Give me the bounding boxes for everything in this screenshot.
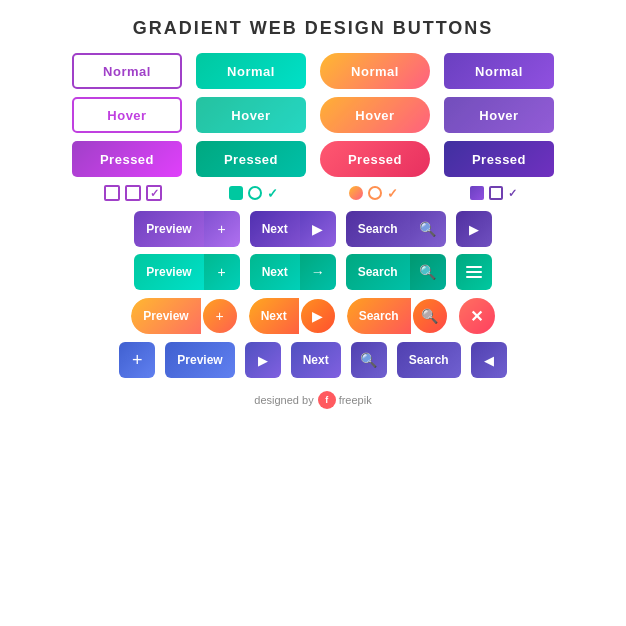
search-label-purple: Search	[346, 211, 410, 247]
checkbox-checked-purple[interactable]	[146, 185, 162, 201]
checkbox-filled-purple[interactable]	[470, 186, 484, 200]
teal-action-row: Preview + Next → Search 🔍	[0, 254, 626, 290]
btn-solid-purple-pressed[interactable]: Pressed	[444, 141, 554, 177]
btn-orange-hover[interactable]: Hover	[320, 97, 430, 133]
plus-icon-blue[interactable]: +	[119, 342, 155, 378]
play-solo-purple[interactable]: ▶	[456, 211, 492, 247]
play-icon-purple: ▶	[300, 211, 336, 247]
preview-combo-orange[interactable]: Preview +	[131, 297, 238, 335]
freepik-icon: f	[318, 391, 336, 409]
orange-check-group: ✓	[318, 186, 428, 201]
next-combo-blue[interactable]: Next	[291, 342, 341, 378]
check-purple: ✓	[508, 187, 517, 200]
normal-row: Normal Normal Normal Normal	[72, 53, 554, 89]
search-icon-teal: 🔍	[410, 254, 446, 290]
purple-action-row: Preview + Next ▶ Search 🔍 ▶	[0, 211, 626, 247]
freepik-logo: f freepik	[318, 391, 372, 409]
next-combo-orange[interactable]: Next ▶	[249, 297, 337, 335]
play-icon-orange: ▶	[299, 297, 337, 335]
footer-text: designed by	[254, 394, 313, 406]
menu-icon-teal[interactable]	[456, 254, 492, 290]
preview-label-orange: Preview	[131, 298, 200, 334]
search-combo-orange[interactable]: Search 🔍	[347, 297, 449, 335]
hover-row: Hover Hover Hover Hover	[72, 97, 554, 133]
preview-combo-purple[interactable]: Preview +	[134, 211, 239, 247]
preview-label-purple: Preview	[134, 211, 203, 247]
search-combo-purple[interactable]: Search 🔍	[346, 211, 446, 247]
preview-label-blue: Preview	[165, 342, 234, 378]
preview-label-teal: Preview	[134, 254, 203, 290]
search-combo-blue[interactable]: Search	[397, 342, 461, 378]
search-icon-blue[interactable]: 🔍	[351, 342, 387, 378]
next-label-purple: Next	[250, 211, 300, 247]
checkbox-unchecked2-purple[interactable]	[125, 185, 141, 201]
btn-orange-pressed[interactable]: Pressed	[320, 141, 430, 177]
next-combo-teal[interactable]: Next →	[250, 254, 336, 290]
next-label-teal: Next	[250, 254, 300, 290]
page-title: GRADIENT WEB DESIGN BUTTONS	[133, 18, 494, 39]
check-teal: ✓	[267, 186, 278, 201]
search-label-orange: Search	[347, 298, 411, 334]
teal-check-group: ✓	[198, 186, 308, 201]
solid-purple-check-group: ✓	[438, 186, 548, 200]
search-label-blue: Search	[397, 342, 461, 378]
plus-icon-orange: +	[201, 297, 239, 335]
purple-check-group	[78, 185, 188, 201]
btn-teal-pressed[interactable]: Pressed	[196, 141, 306, 177]
checkbox-row: ✓ ✓ ✓	[0, 185, 626, 201]
radio-teal[interactable]	[248, 186, 262, 200]
close-icon-orange[interactable]: ✕	[459, 298, 495, 334]
next-label-blue: Next	[291, 342, 341, 378]
orange-action-row: Preview + Next ▶ Search 🔍 ✕	[0, 297, 626, 335]
btn-orange-normal[interactable]: Normal	[320, 53, 430, 89]
plus-icon-teal: +	[204, 254, 240, 290]
checkbox-unchecked-purple[interactable]	[104, 185, 120, 201]
btn-solid-purple-normal[interactable]: Normal	[444, 53, 554, 89]
arrow-icon-teal: →	[300, 254, 336, 290]
preview-combo-teal[interactable]: Preview +	[134, 254, 239, 290]
check-orange: ✓	[387, 186, 398, 201]
checkbox-filled-teal[interactable]	[229, 186, 243, 200]
freepik-brand: freepik	[339, 394, 372, 406]
btn-teal-hover[interactable]: Hover	[196, 97, 306, 133]
btn-solid-purple-hover[interactable]: Hover	[444, 97, 554, 133]
search-icon-purple: 🔍	[410, 211, 446, 247]
pressed-row: Pressed Pressed Pressed Pressed	[72, 141, 554, 177]
btn-teal-normal[interactable]: Normal	[196, 53, 306, 89]
preview-combo-blue[interactable]: Preview	[165, 342, 234, 378]
next-label-orange: Next	[249, 298, 299, 334]
radio-orange-filled[interactable]	[349, 186, 363, 200]
search-label-teal: Search	[346, 254, 410, 290]
btn-purple-hover[interactable]: Hover	[72, 97, 182, 133]
radio-orange-outline[interactable]	[368, 186, 382, 200]
btn-purple-pressed[interactable]: Pressed	[72, 141, 182, 177]
plus-icon-purple: +	[204, 211, 240, 247]
btn-purple-normal[interactable]: Normal	[72, 53, 182, 89]
back-icon-blue[interactable]: ◀	[471, 342, 507, 378]
search-icon-orange: 🔍	[411, 297, 449, 335]
search-combo-teal[interactable]: Search 🔍	[346, 254, 446, 290]
footer: designed by f freepik	[254, 391, 371, 409]
play-icon-blue[interactable]: ▶	[245, 342, 281, 378]
blue-action-row: + Preview ▶ Next 🔍 Search ◀	[0, 342, 626, 378]
checkbox-outline-purple[interactable]	[489, 186, 503, 200]
next-combo-purple[interactable]: Next ▶	[250, 211, 336, 247]
